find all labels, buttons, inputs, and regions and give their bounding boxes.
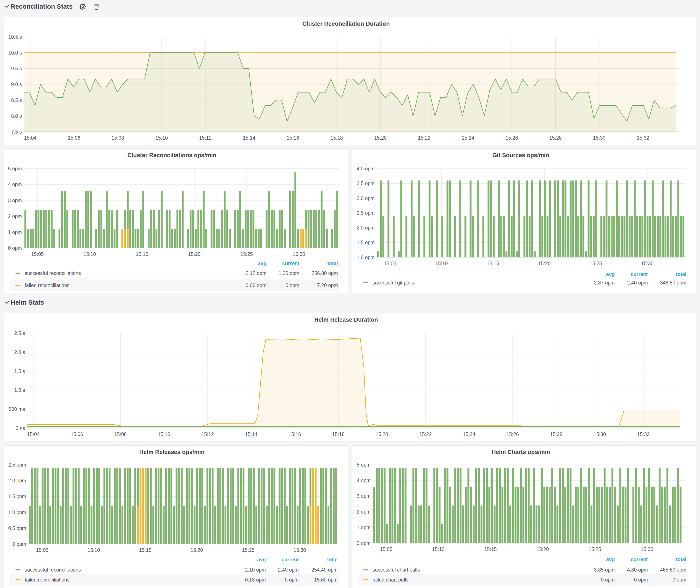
svg-text:Helm Charts ops/min: Helm Charts ops/min [492,449,550,455]
svg-text:15:05: 15:05 [36,547,48,553]
svg-text:2.10 opm: 2.10 opm [245,567,266,573]
svg-text:0 opm: 0 opm [285,283,299,288]
svg-text:5 opm: 5 opm [357,462,371,468]
svg-text:15:08: 15:08 [114,431,127,437]
svg-text:2.12 opm: 2.12 opm [246,270,266,276]
svg-text:2.0 s: 2.0 s [14,349,25,355]
svg-text:failed reconciliations: failed reconciliations [25,283,69,288]
svg-text:15:05: 15:05 [384,261,396,266]
svg-text:465.60 opm: 465.60 opm [660,567,686,573]
svg-text:avg: avg [257,557,266,562]
svg-text:15:25: 15:25 [242,547,255,553]
svg-text:15:05: 15:05 [31,251,44,257]
svg-text:15:26: 15:26 [505,135,518,141]
svg-text:current: current [631,557,648,562]
svg-text:Cluster Reconciliations ops/mi: Cluster Reconciliations ops/min [127,152,216,158]
svg-text:15:18: 15:18 [332,431,345,437]
svg-text:15:20: 15:20 [190,547,203,553]
svg-text:8.0 s: 8.0 s [11,113,22,119]
svg-text:15:06: 15:06 [68,135,80,141]
svg-text:2.5 opm: 2.5 opm [8,462,26,468]
svg-text:2.40 opm: 2.40 opm [627,280,648,286]
svg-text:0.5 opm: 0.5 opm [8,525,26,531]
svg-text:total: total [676,557,686,562]
svg-text:15:08: 15:08 [112,135,124,141]
svg-text:0 opm: 0 opm [673,577,686,583]
svg-text:7.5 s: 7.5 s [11,129,22,135]
svg-text:15:20: 15:20 [376,431,388,437]
svg-text:2.87 opm: 2.87 opm [594,280,615,286]
svg-text:7.20 opm: 7.20 opm [317,283,338,288]
svg-text:15:10: 15:10 [435,261,448,266]
svg-text:15:15: 15:15 [136,251,148,257]
svg-text:15:32: 15:32 [637,135,649,141]
svg-text:1 opm: 1 opm [357,525,371,530]
svg-text:9.0 s: 9.0 s [11,82,22,87]
svg-text:15:30: 15:30 [641,261,654,266]
svg-text:8.5 s: 8.5 s [11,97,22,103]
svg-text:15:18: 15:18 [331,135,343,141]
svg-text:current: current [631,271,648,277]
svg-text:avg: avg [258,261,266,266]
svg-text:15:06: 15:06 [71,431,83,437]
svg-text:total: total [327,261,338,266]
svg-text:3.5 opm: 3.5 opm [357,181,375,186]
svg-text:current: current [282,557,299,562]
svg-text:9.5 s: 9.5 s [11,66,22,71]
svg-text:15:04: 15:04 [27,431,40,437]
svg-text:15:30: 15:30 [293,251,305,257]
svg-text:successful git pulls: successful git pulls [373,280,414,286]
svg-text:15:28: 15:28 [549,135,562,141]
svg-text:15.60 opm: 15.60 opm [314,577,338,583]
svg-text:15:10: 15:10 [432,546,445,552]
svg-text:15:16: 15:16 [287,135,299,141]
svg-text:15:20: 15:20 [374,135,387,141]
svg-text:15:30: 15:30 [594,431,606,437]
svg-text:0.13 opm: 0.13 opm [245,577,266,583]
svg-text:1.0 opm: 1.0 opm [8,510,26,515]
svg-text:0 opm: 0 opm [12,541,26,547]
svg-text:2.5 s: 2.5 s [14,330,25,336]
svg-text:0 ns: 0 ns [16,425,25,431]
svg-text:15:10: 15:10 [84,251,96,257]
svg-text:failed reconciliations: failed reconciliations [25,577,69,583]
svg-text:1.5 s: 1.5 s [14,368,25,374]
svg-text:15:20: 15:20 [538,261,551,266]
svg-text:3.0 opm: 3.0 opm [357,195,375,201]
svg-text:15:30: 15:30 [593,135,606,141]
svg-text:3 opm: 3 opm [357,493,371,499]
svg-text:15:05: 15:05 [380,546,392,552]
svg-text:0 opm: 0 opm [601,577,615,583]
svg-text:15:32: 15:32 [637,431,650,437]
svg-text:500 ms: 500 ms [9,406,25,412]
svg-text:current: current [282,261,300,266]
svg-text:15:25: 15:25 [240,251,253,257]
svg-text:0 opm: 0 opm [357,540,371,546]
svg-text:15:10: 15:10 [158,431,170,437]
svg-text:1.20 opm: 1.20 opm [279,270,299,276]
svg-text:Helm Releases ops/min: Helm Releases ops/min [139,449,205,455]
svg-text:15:15: 15:15 [484,546,497,552]
svg-text:254.40 opm: 254.40 opm [311,567,338,573]
svg-text:Cluster Reconciliation Duratio: Cluster Reconciliation Duration [302,21,390,27]
svg-text:2 opm: 2 opm [357,509,371,515]
svg-text:successful reconciliations: successful reconciliations [25,270,81,276]
svg-text:4.0 opm: 4.0 opm [357,166,375,171]
svg-text:0.06 opm: 0.06 opm [246,283,266,288]
svg-text:15:22: 15:22 [418,135,431,141]
svg-text:15:10: 15:10 [155,135,168,141]
svg-text:avg: avg [606,271,615,277]
svg-text:1.0 opm: 1.0 opm [357,255,375,260]
svg-text:15:25: 15:25 [590,261,602,266]
svg-text:1 opm: 1 opm [8,229,22,235]
svg-text:15:26: 15:26 [506,431,519,437]
svg-text:2.0 opm: 2.0 opm [357,225,375,231]
svg-text:15:28: 15:28 [550,431,563,437]
svg-text:256.80 opm: 256.80 opm [312,270,338,276]
svg-text:15:20: 15:20 [536,546,549,552]
svg-text:15:16: 15:16 [289,431,301,437]
svg-text:1.5 opm: 1.5 opm [357,240,375,245]
svg-text:0 opm: 0 opm [634,577,648,583]
svg-text:failed chart pulls: failed chart pulls [373,577,408,583]
svg-text:Git Sources ops/min: Git Sources ops/min [492,152,549,158]
